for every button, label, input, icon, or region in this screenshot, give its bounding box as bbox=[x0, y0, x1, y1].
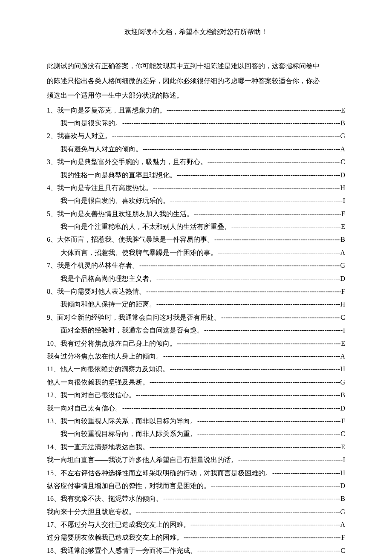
leader-dashes bbox=[210, 480, 340, 492]
statement-text: 我一直无法清楚地表达自我。 bbox=[61, 441, 149, 454]
leader-dashes bbox=[238, 454, 343, 466]
statement-text: 他人一向很依赖史的洞察力及知识。 bbox=[60, 363, 169, 376]
answer-code: G bbox=[340, 506, 345, 518]
question-number: 16、 bbox=[47, 492, 61, 505]
statement-text: 面对全新的经验时，我通常会自问这对我是否有用处。 bbox=[57, 311, 221, 324]
question-number: 15、 bbox=[47, 467, 61, 480]
question-line: 15、不左右评估各种选择性而立即采取明确的行动，对我而言是极困难的。H bbox=[47, 467, 345, 480]
answer-code: F bbox=[341, 531, 345, 544]
statement-text: 我一向是很实际的。 bbox=[61, 117, 122, 130]
answer-code: C bbox=[340, 544, 345, 555]
answer-code: G bbox=[340, 259, 345, 272]
answer-code: B bbox=[340, 492, 345, 505]
question-number: 3、 bbox=[47, 156, 57, 168]
question-number: 1、 bbox=[47, 104, 57, 117]
answer-code: A bbox=[340, 246, 345, 259]
statement-text: 我是个品格高尚的理想主义者。 bbox=[61, 272, 156, 285]
answer-code: H bbox=[340, 298, 345, 311]
leader-dashes bbox=[231, 220, 341, 233]
leader-dashes bbox=[146, 285, 341, 298]
answer-code: E bbox=[341, 337, 345, 350]
statement-text: 我一向是个注重稳私的人，不太和别人的生活有所重叠。 bbox=[61, 220, 231, 233]
question-number: 2、 bbox=[47, 130, 57, 142]
questions-list: 1、我一向是罗曼蒂克，且富想象力的。E我一向是很实际的。B2、我喜欢与人对立。G… bbox=[47, 104, 345, 555]
statement-text: 我一向是典型富外交手腕的，吸魅力，且有野心。 bbox=[57, 156, 207, 168]
leader-dashes bbox=[166, 104, 341, 117]
question-line: 他人一向很依赖我的坚强及果断。G bbox=[47, 376, 345, 389]
statement-text: 我有过分将焦点放在他人身上的倾向。 bbox=[47, 350, 163, 363]
question-number: 10、 bbox=[47, 337, 61, 350]
answer-code: H bbox=[340, 467, 345, 480]
leader-dashes bbox=[149, 441, 341, 454]
statement-text: 我一向是友善热情且欢迎朋友加入我的生活。 bbox=[57, 208, 193, 220]
answer-code: E bbox=[341, 104, 345, 117]
answer-code: B bbox=[340, 389, 345, 402]
question-number: 13、 bbox=[47, 415, 61, 428]
answer-code: B bbox=[340, 117, 345, 130]
question-line: 我一向对自己太有信心。D bbox=[47, 402, 345, 415]
question-line: 我一向是很实际的。B bbox=[47, 117, 345, 130]
question-line: 我一向较重视目标导向，而非人际关系为重。C bbox=[47, 428, 345, 440]
intro-line: 须选出一个适用你一生中大部分状况的陈述。 bbox=[47, 89, 345, 102]
answer-code: C bbox=[340, 428, 345, 440]
question-line: 我是个品格高尚的理想主义者。D bbox=[47, 272, 345, 285]
question-line: 面对全新的经验时，我通常会自问这是否有趣。I bbox=[47, 324, 345, 337]
question-line: 3、我一向是典型富外交手腕的，吸魅力，且有野心。C bbox=[47, 156, 345, 168]
leader-dashes bbox=[122, 117, 340, 130]
leader-dashes bbox=[135, 506, 340, 518]
question-number: 12、 bbox=[47, 389, 61, 402]
intro-line: 的陈述只指出各类人格间细微的差异，因此你必须很仔细的考虑哪一种答案较适合你，你必 bbox=[47, 75, 345, 87]
leader-dashes bbox=[193, 208, 341, 220]
question-number: 7、 bbox=[47, 259, 57, 272]
document-page: 欢迎阅读本文档，希望本文档能对您有所帮助！ 此测试的问题没有正确答案，你可能发现… bbox=[0, 0, 392, 555]
answer-code: B bbox=[340, 233, 345, 246]
statement-text: 我是个机灵的丛林生存者。 bbox=[57, 259, 139, 272]
leader-dashes bbox=[204, 324, 343, 337]
question-line: 2、我喜欢与人对立。G bbox=[47, 130, 345, 142]
question-line: 我的性格一向是典型的直率且理想化。D bbox=[47, 169, 345, 182]
leader-dashes bbox=[112, 130, 340, 142]
answer-code: I bbox=[343, 324, 345, 337]
answer-code: D bbox=[340, 480, 345, 492]
question-line: 16、我有犹豫不决、拖泥带水的倾向。B bbox=[47, 492, 345, 505]
answer-code: A bbox=[340, 518, 345, 531]
question-line: 我有避免与人对立的倾向。A bbox=[47, 143, 345, 156]
statement-text: 不左右评估各种选择性而立即采取明确的行动，对我而言是极困难的。 bbox=[61, 467, 272, 480]
statement-text: 我一向较重视人际关系，而非以目标为导向。 bbox=[61, 415, 197, 428]
leader-dashes bbox=[169, 363, 340, 376]
leader-dashes bbox=[135, 389, 340, 402]
question-number: 5、 bbox=[47, 208, 57, 220]
question-line: 我一向是很自发的、喜欢好玩乐的。I bbox=[47, 194, 345, 207]
question-line: 11、他人一向很依赖史的洞察力及知识。H bbox=[47, 363, 345, 376]
question-line: 7、我是个机灵的丛林生存者。G bbox=[47, 259, 345, 272]
question-line: 17、不愿过分与人交往已造成我交友上的困难。A bbox=[47, 518, 345, 531]
statement-text: 不愿过分与人交往已造成我交友上的困难。 bbox=[61, 518, 190, 531]
answer-code: C bbox=[340, 156, 345, 168]
leader-dashes bbox=[272, 467, 340, 480]
leader-dashes bbox=[207, 156, 340, 168]
leader-dashes bbox=[163, 492, 340, 505]
question-line: 4、我一向是专注且具有高度热忱。H bbox=[47, 182, 345, 194]
question-number: 8、 bbox=[47, 285, 57, 298]
page-header: 欢迎阅读本文档，希望本文档能对您有所帮助！ bbox=[47, 26, 345, 38]
leader-dashes bbox=[142, 143, 340, 156]
leader-dashes bbox=[197, 428, 340, 440]
question-line: 我倾向和他人保持一定的距离。H bbox=[47, 298, 345, 311]
statement-text: 我有过分将焦点放在自己身上的倾向。 bbox=[61, 337, 176, 350]
statement-text: 我一向较重视目标导向，而非人际关系为重。 bbox=[61, 428, 197, 440]
answer-code: F bbox=[341, 285, 345, 298]
statement-text: 大体而言，招惹我、使我脾气暴躁是一件困难的事。 bbox=[61, 246, 217, 259]
statement-text: 我一向对自己很没信心。 bbox=[61, 389, 135, 402]
question-number: 4、 bbox=[47, 182, 57, 194]
statement-text: 我倾向和他人保持一定的距离。 bbox=[61, 298, 156, 311]
statement-text: 过分需要朋友依赖我已造成我交友上的困难。 bbox=[47, 531, 183, 544]
answer-code: C bbox=[340, 311, 345, 324]
leader-dashes bbox=[197, 415, 341, 428]
answer-code: I bbox=[343, 454, 345, 466]
question-line: 12、我一向对自己很没信心。B bbox=[47, 389, 345, 402]
question-number: 11、 bbox=[47, 363, 60, 376]
answer-code: G bbox=[340, 376, 345, 389]
statement-text: 我的性格一向是典型的直率且理想化。 bbox=[61, 169, 176, 182]
question-line: 8、我一向需要对他人表达热情。F bbox=[47, 285, 345, 298]
question-line: 我一向坦白直言——我说了许多他人希望自己有胆量说出的话。I bbox=[47, 454, 345, 466]
